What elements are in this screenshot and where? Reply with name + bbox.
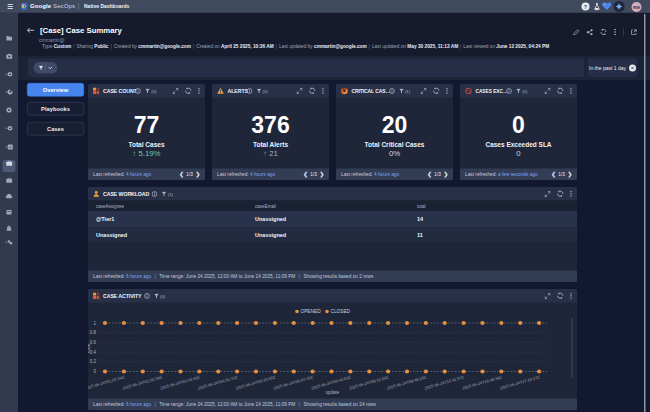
svg-text:2025-06-24T03:43:40Z: 2025-06-24T03:43:40Z [160,374,201,390]
svg-text:2025-06-24T08:48:25Z: 2025-06-24T08:48:25Z [386,374,427,390]
svg-text:2025-06-24T06:07:45Z: 2025-06-24T06:07:45Z [273,374,314,390]
svg-text:2025-06-24T16:48:38Z: 2025-06-24T16:48:38Z [462,374,503,390]
svg-text:update: update [326,390,340,395]
svg-text:1: 1 [93,321,96,326]
svg-text:2025-06-24T15:42:57Z: 2025-06-24T15:42:57Z [424,374,465,390]
svg-text:2025-06-24T04:51:33Z: 2025-06-24T04:51:33Z [197,374,238,390]
svg-text:total: total [88,344,91,353]
svg-text:2025-06-24T08:14:26Z: 2025-06-24T08:14:26Z [348,374,389,390]
svg-text:OPENED: OPENED [301,309,322,314]
svg-text:2025-06-24T01:07:44Z: 2025-06-24T01:07:44Z [88,374,125,390]
svg-text:0.2: 0.2 [90,359,97,364]
svg-text:0.8: 0.8 [90,330,97,335]
svg-text:CLOSED: CLOSED [331,309,351,314]
svg-text:2025-06-24T17:19:17Z: 2025-06-24T17:19:17Z [499,374,540,390]
svg-text:2025-06-24T02:02:39Z: 2025-06-24T02:02:39Z [122,374,163,390]
svg-text:0: 0 [93,369,96,374]
svg-text:0.6: 0.6 [90,340,97,345]
svg-text:2025-06-24T06:42:03Z: 2025-06-24T06:42:03Z [311,374,352,390]
svg-text:2025-06-24T05:26:05Z: 2025-06-24T05:26:05Z [235,374,276,390]
